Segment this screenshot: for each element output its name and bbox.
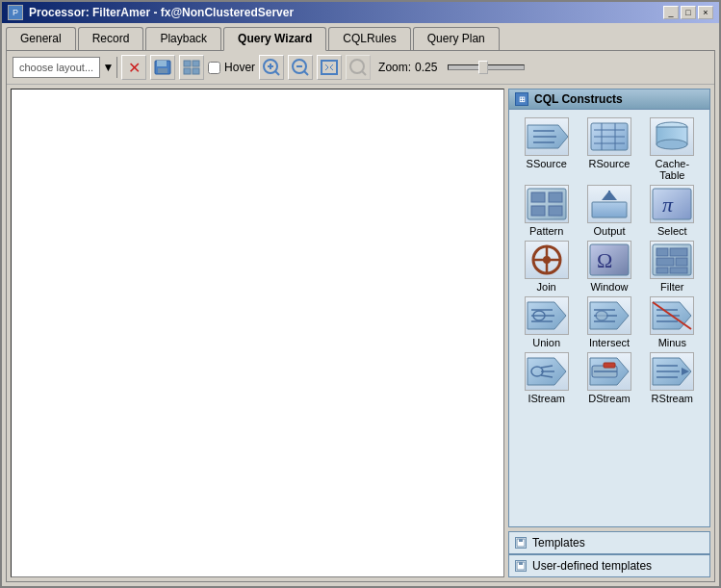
maximize-button[interactable]: □ — [681, 6, 696, 19]
window-label: Window — [590, 281, 628, 293]
minus-label: Minus — [658, 337, 686, 348]
cql-item-intersect[interactable]: Intersect — [579, 296, 638, 348]
istream-label: IStream — [528, 393, 565, 404]
title-bar-left: P Processor: FilterAmer - fx@NonClustere… — [8, 5, 294, 20]
intersect-icon — [587, 296, 631, 335]
cql-item-istream[interactable]: IStream — [517, 352, 576, 404]
svg-rect-4 — [193, 61, 199, 66]
svg-point-66 — [596, 311, 607, 320]
cql-item-rsource[interactable]: RSource — [579, 117, 638, 181]
cql-item-pattern[interactable]: Pattern — [517, 185, 576, 237]
cql-item-window[interactable]: Ω Window — [579, 241, 638, 293]
svg-rect-55 — [657, 268, 668, 273]
layout-dropdown-btn[interactable]: ▼ — [99, 57, 116, 78]
hover-checkbox[interactable] — [208, 62, 220, 74]
bottom-panels: Templates User-defined templates — [508, 531, 710, 577]
cache-table-svg — [651, 119, 693, 154]
ssource-icon — [525, 117, 569, 156]
title-controls: _ □ × — [663, 6, 713, 19]
cql-item-output[interactable]: Output — [579, 185, 638, 237]
ssource-svg — [526, 119, 568, 154]
rstream-svg — [651, 354, 693, 389]
svg-rect-39 — [592, 202, 627, 217]
tab-general[interactable]: General — [6, 27, 76, 50]
templates-label: Templates — [532, 536, 585, 550]
toolbar: choose layout... ▼ ✕ — [7, 51, 714, 85]
templates-panel[interactable]: Templates — [508, 531, 710, 554]
tab-cqlrules[interactable]: CQLRules — [328, 27, 410, 50]
zoom-in-button[interactable] — [259, 55, 284, 80]
cql-item-minus[interactable]: Minus — [643, 296, 702, 348]
svg-line-13 — [304, 71, 308, 75]
tab-query-wizard[interactable]: Query Wizard — [223, 27, 326, 51]
svg-point-19 — [350, 60, 364, 73]
layout-select[interactable]: choose layout... ▼ — [13, 57, 117, 78]
join-label: Join — [537, 281, 556, 293]
cql-item-cache-table[interactable]: Cache-Table — [643, 117, 702, 181]
zoom-area: Zoom: 0.25 — [378, 61, 525, 74]
zoom-slider-thumb[interactable] — [478, 61, 488, 74]
window-icon: Ω — [587, 241, 631, 279]
minus-icon — [650, 296, 694, 335]
cql-item-ssource[interactable]: SSource — [517, 117, 576, 181]
svg-rect-2 — [158, 68, 167, 73]
cql-header-icon: ⊞ — [515, 92, 528, 106]
cql-header: ⊞ CQL Constructs — [509, 89, 709, 110]
zoom-label: Zoom: — [378, 61, 411, 74]
svg-line-10 — [275, 71, 279, 75]
zoom-out-icon — [291, 58, 310, 77]
pattern-svg — [526, 187, 568, 221]
svg-rect-80 — [604, 363, 615, 368]
svg-rect-53 — [657, 258, 674, 266]
svg-line-17 — [325, 67, 328, 70]
output-label: Output — [593, 225, 625, 237]
zoom-slider[interactable] — [448, 64, 525, 70]
filter-icon — [650, 241, 694, 279]
search-icon — [348, 58, 368, 77]
user-templates-panel[interactable]: User-defined templates — [508, 554, 710, 577]
pattern-icon — [525, 185, 569, 223]
tab-content: choose layout... ▼ ✕ — [6, 50, 715, 582]
hover-checkbox-group: Hover — [208, 61, 255, 74]
tab-playback[interactable]: Playback — [145, 27, 221, 50]
intersect-svg — [588, 298, 631, 333]
cql-item-join[interactable]: Join — [517, 241, 576, 293]
union-label: Union — [532, 337, 560, 348]
tab-record[interactable]: Record — [78, 27, 144, 50]
delete-button[interactable]: ✕ — [121, 55, 146, 80]
fit-button[interactable] — [317, 55, 342, 80]
cql-header-title: CQL Constructs — [534, 92, 623, 106]
svg-rect-1 — [157, 61, 167, 66]
grid-button[interactable] — [179, 55, 204, 80]
cql-item-rstream[interactable]: RStream — [643, 352, 702, 404]
window-svg: Ω — [588, 243, 631, 277]
rstream-label: RStream — [652, 393, 693, 404]
cql-item-dstream[interactable]: DStream — [579, 352, 638, 404]
select-svg: π — [651, 187, 693, 221]
minimize-button[interactable]: _ — [663, 6, 679, 19]
rsource-label: RSource — [589, 158, 631, 169]
grid-icon — [183, 60, 200, 75]
tab-query-plan[interactable]: Query Plan — [413, 27, 500, 50]
svg-line-20 — [362, 71, 366, 75]
canvas-area[interactable] — [11, 89, 504, 577]
rsource-svg — [588, 119, 631, 154]
hover-label: Hover — [224, 61, 255, 74]
svg-point-47 — [543, 256, 551, 264]
union-svg — [526, 298, 568, 333]
dstream-label: DStream — [588, 393, 630, 404]
svg-rect-87 — [519, 539, 523, 542]
pattern-label: Pattern — [529, 225, 563, 237]
cql-item-select[interactable]: π Select — [643, 185, 702, 237]
svg-text:Ω: Ω — [597, 248, 612, 272]
minus-svg — [651, 298, 693, 333]
search-button[interactable] — [346, 55, 371, 80]
save-button[interactable] — [150, 55, 175, 80]
cql-item-union[interactable]: Union — [517, 296, 576, 348]
svg-rect-3 — [184, 61, 191, 66]
zoom-out-button[interactable] — [288, 55, 313, 80]
svg-rect-37 — [531, 206, 545, 216]
close-button[interactable]: × — [698, 6, 713, 19]
user-templates-label: User-defined templates — [532, 559, 652, 573]
cql-item-filter[interactable]: Filter — [643, 241, 702, 293]
